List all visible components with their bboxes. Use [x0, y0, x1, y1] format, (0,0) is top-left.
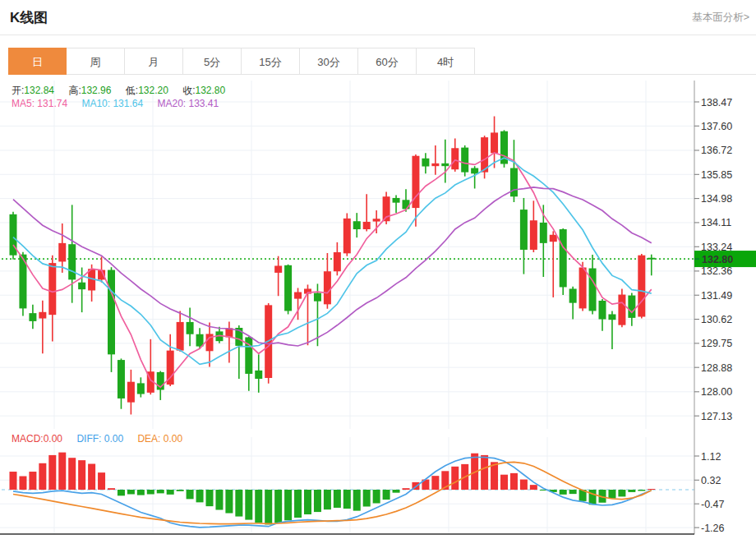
axis-tick-label: -0.47 — [701, 499, 725, 510]
axis-tick-label: 136.72 — [701, 145, 732, 156]
fundamental-analysis-link[interactable]: 基本面分析> — [692, 11, 749, 25]
tab-day[interactable]: 日 — [8, 48, 67, 75]
axis-tick-label: 134.98 — [701, 193, 732, 205]
last-price-badge-text: 132.80 — [702, 254, 733, 265]
axis-tick-label: 128.00 — [701, 386, 732, 398]
axis-tick-label: 130.62 — [701, 314, 732, 325]
axis-tick-label: 132.36 — [701, 265, 732, 277]
axis-tick-label: 134.11 — [701, 217, 731, 228]
page-title: K线图 — [10, 8, 48, 27]
tab-15min[interactable]: 15分 — [242, 48, 300, 75]
axis-tick-label: 138.47 — [701, 97, 732, 108]
axis-tick-label: 129.75 — [701, 338, 732, 349]
axis-tick-label: 0.32 — [701, 475, 721, 486]
axis-tick-label: 127.13 — [701, 411, 732, 422]
tabs-baseline — [475, 74, 756, 75]
dea-line — [13, 462, 652, 523]
axis-tick-label: 135.85 — [701, 169, 732, 181]
kline-chart[interactable]: 138.47137.60136.72135.85134.98134.11133.… — [0, 79, 756, 539]
axis-tick-label: 1.12 — [701, 451, 721, 463]
diff-line — [13, 458, 652, 527]
tab-60min[interactable]: 60分 — [358, 48, 417, 75]
tab-4hour[interactable]: 4时 — [417, 48, 475, 75]
axis-tick-label: -1.26 — [701, 523, 725, 534]
kline-app: K线图 基本面分析> 日周月5分15分30分60分4时 138.47137.60… — [0, 0, 756, 539]
tab-week[interactable]: 周 — [67, 48, 125, 75]
period-tabs: 日周月5分15分30分60分4时 — [8, 48, 475, 75]
tab-month[interactable]: 月 — [125, 48, 183, 75]
tab-30min[interactable]: 30分 — [300, 48, 358, 75]
header-divider — [0, 35, 756, 35]
candles-layer — [10, 117, 656, 415]
axis-tick-label: 137.60 — [701, 121, 732, 132]
axis-tick-label: 128.88 — [701, 362, 732, 374]
tab-5min[interactable]: 5分 — [183, 48, 242, 75]
axis-tick-label: 131.49 — [701, 290, 732, 302]
